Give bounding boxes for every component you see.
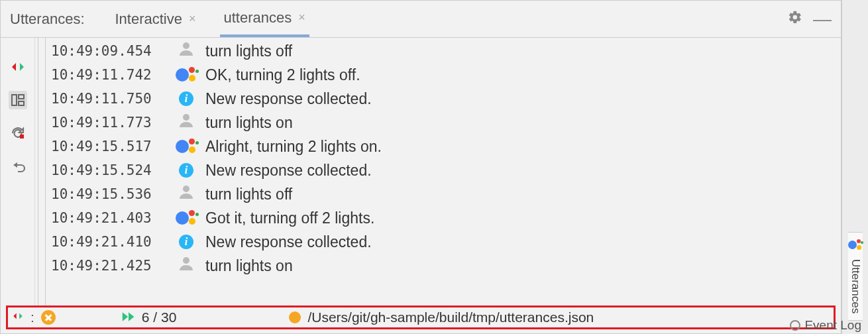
log-area[interactable]: 10:49:09.454turn lights off10:49:11.742O… bbox=[35, 38, 841, 306]
svg-point-4 bbox=[183, 42, 190, 49]
info-icon: i bbox=[175, 91, 197, 106]
close-icon[interactable]: × bbox=[189, 12, 196, 26]
progress-counter: 6 / 30 bbox=[142, 309, 177, 325]
svg-rect-1 bbox=[19, 95, 24, 99]
assistant-icon bbox=[175, 137, 197, 156]
log-message: New response collected. bbox=[205, 162, 372, 180]
log-message: New response collected. bbox=[205, 90, 372, 108]
timestamp: 10:49:09.454 bbox=[51, 43, 167, 59]
tab-interactive[interactable]: Interactive × bbox=[111, 1, 200, 37]
timestamp: 10:49:21.403 bbox=[51, 210, 167, 226]
user-icon bbox=[175, 113, 197, 133]
compare-icon[interactable] bbox=[9, 58, 27, 76]
log-row[interactable]: 10:49:15.524iNew response collected. bbox=[51, 158, 841, 182]
error-badge-icon[interactable] bbox=[41, 310, 56, 325]
log-row[interactable]: 10:49:21.403Got it, turning off 2 lights… bbox=[51, 206, 841, 230]
status-colon: : bbox=[30, 309, 34, 325]
panel-title: Utterances: bbox=[10, 11, 85, 28]
log-row[interactable]: 10:49:11.750iNew response collected. bbox=[51, 87, 841, 111]
right-sidebar: Utterances bbox=[841, 0, 868, 334]
log-message: OK, turning 2 lights off. bbox=[205, 66, 360, 84]
log-message: Got it, turning off 2 lights. bbox=[205, 209, 374, 227]
log-row[interactable]: 10:49:11.742OK, turning 2 lights off. bbox=[51, 63, 841, 87]
timestamp: 10:49:11.750 bbox=[51, 91, 167, 107]
svg-point-7 bbox=[183, 257, 190, 264]
user-icon bbox=[175, 256, 197, 276]
minimize-icon[interactable]: — bbox=[813, 16, 832, 23]
log-message: turn lights off bbox=[205, 186, 292, 203]
timestamp: 10:49:15.524 bbox=[51, 162, 167, 178]
log-row[interactable]: 10:49:21.425turn lights on bbox=[51, 254, 841, 278]
tab-label: Interactive bbox=[115, 11, 183, 28]
log-message: turn lights on bbox=[205, 257, 293, 275]
assistant-icon bbox=[175, 209, 197, 227]
undo-icon[interactable] bbox=[9, 157, 27, 176]
tab-utterances[interactable]: utterances × bbox=[220, 1, 309, 37]
timestamp: 10:49:21.410 bbox=[51, 234, 167, 250]
user-icon bbox=[175, 184, 197, 204]
log-message: New response collected. bbox=[205, 233, 372, 251]
status-dot-icon bbox=[289, 311, 301, 323]
log-row[interactable]: 10:49:21.410iNew response collected. bbox=[51, 230, 841, 254]
side-tab-utterances[interactable]: Utterances bbox=[848, 232, 863, 321]
log-row[interactable]: 10:49:15.517Alright, turning 2 lights on… bbox=[51, 135, 841, 158]
log-message: Alright, turning 2 lights on. bbox=[205, 138, 382, 156]
layout-icon[interactable] bbox=[9, 91, 27, 109]
left-toolbar bbox=[1, 38, 35, 306]
info-icon: i bbox=[175, 163, 197, 178]
timestamp: 10:49:11.742 bbox=[51, 67, 167, 83]
svg-rect-3 bbox=[20, 135, 24, 139]
svg-point-6 bbox=[183, 186, 190, 192]
rerun-icon[interactable] bbox=[9, 124, 27, 142]
log-message: turn lights off bbox=[205, 42, 292, 60]
svg-point-5 bbox=[183, 114, 190, 121]
close-icon[interactable]: × bbox=[298, 11, 305, 25]
log-row[interactable]: 10:49:09.454turn lights off bbox=[51, 39, 841, 63]
event-log-button[interactable]: Event Log bbox=[790, 318, 861, 333]
compare-icon[interactable] bbox=[12, 309, 24, 325]
timestamp: 10:49:15.517 bbox=[51, 139, 167, 154]
svg-rect-0 bbox=[12, 95, 17, 105]
timestamp: 10:49:21.425 bbox=[51, 258, 167, 274]
fast-forward-icon[interactable] bbox=[122, 309, 135, 325]
panel-header: Utterances: Interactive × utterances × — bbox=[1, 1, 841, 38]
event-log-icon bbox=[790, 320, 800, 331]
timestamp: 10:49:15.536 bbox=[51, 186, 167, 202]
user-icon bbox=[175, 41, 197, 61]
file-path: /Users/git/gh-sample/build/tmp/utterance… bbox=[307, 309, 594, 325]
log-row[interactable]: 10:49:11.773turn lights on bbox=[51, 111, 841, 135]
info-icon: i bbox=[175, 235, 197, 249]
assistant-icon bbox=[175, 66, 197, 84]
gear-icon[interactable] bbox=[788, 10, 802, 28]
log-gutter bbox=[38, 38, 46, 306]
timestamp: 10:49:11.773 bbox=[51, 115, 167, 131]
log-row[interactable]: 10:49:15.536turn lights off bbox=[51, 182, 841, 206]
status-bar: : 6 / 30 /Users/git/gh-sample/build/tmp/… bbox=[6, 306, 836, 329]
assistant-icon bbox=[848, 239, 863, 254]
event-log-label: Event Log bbox=[804, 318, 861, 333]
side-tab-label: Utterances bbox=[849, 259, 862, 313]
log-message: turn lights on bbox=[205, 114, 293, 132]
svg-rect-2 bbox=[19, 101, 24, 105]
tab-label: utterances bbox=[224, 9, 292, 27]
